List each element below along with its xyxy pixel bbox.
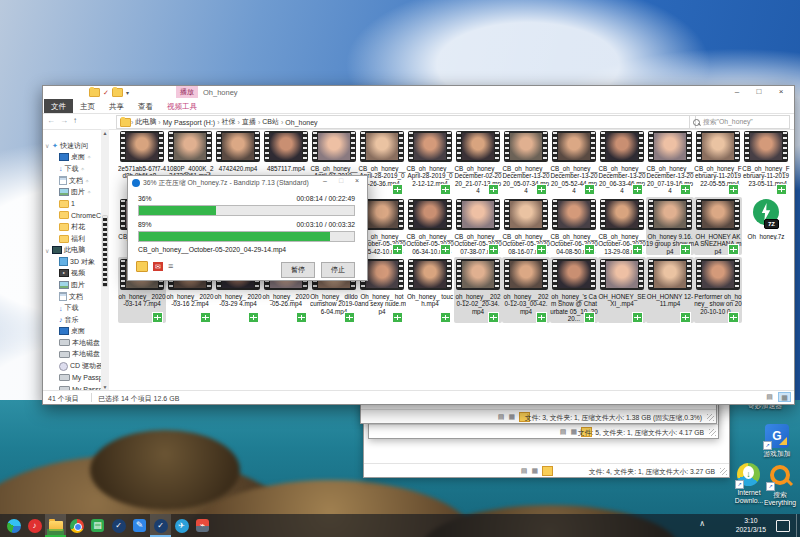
action-center-icon[interactable] xyxy=(776,520,790,532)
breadcrumb-item[interactable]: CB站 xyxy=(260,117,281,127)
file-item-video[interactable]: Oh_honey_ touch.mp4 xyxy=(406,257,454,323)
sidebar-item--[interactable]: ∨此电脑 xyxy=(43,244,101,256)
expand-icon[interactable]: ∨ xyxy=(45,142,52,149)
menu-icon[interactable]: ≡ xyxy=(168,262,173,271)
file-item-video[interactable]: CB_oh_honey_February-11-2019_22-05-55.mp… xyxy=(694,129,742,195)
sidebar-item--[interactable]: 福利 xyxy=(43,233,101,245)
sidebar-item--[interactable]: ∨✦快速访问 xyxy=(43,140,101,152)
breadcrumb-item[interactable]: My Passport (H:) xyxy=(161,119,218,126)
resize-grip[interactable] xyxy=(707,414,714,421)
file-item-video[interactable]: OH_HONEY AKA SNEZHANA.mp4 xyxy=(694,197,742,255)
check-icon[interactable]: ✓ xyxy=(103,89,109,96)
tab-file[interactable]: 文件 xyxy=(44,99,73,113)
sidebar-item--[interactable]: 桌面 xyxy=(43,326,101,338)
file-item-video[interactable]: CB_oh_honey__December-13-2020_05-07-34.m… xyxy=(502,129,550,195)
tab-4[interactable]: 视频工具 xyxy=(160,99,204,113)
contextual-tab-play[interactable]: 播放 xyxy=(176,86,198,98)
taskbar-icon-check-app-2[interactable]: ✓ xyxy=(150,514,171,537)
file-item-video[interactable]: CB_oh_honey_February-11-2019_23-05-11.mp… xyxy=(742,129,790,195)
tab-1[interactable]: 主页 xyxy=(73,99,102,113)
file-item-video[interactable]: Performer oh_honey_ show on 2020-10-10 0… xyxy=(694,257,742,323)
archive-folder-icon[interactable] xyxy=(136,261,148,272)
file-item-video[interactable]: CB_oh_honey__December-13-2020_06-33-46.m… xyxy=(598,129,646,195)
desktop-icon-gamepp[interactable]: G ↗ 游戏加加 xyxy=(749,424,800,458)
sidebar-item--[interactable]: 村花 xyxy=(43,221,101,233)
sidebar-item--[interactable]: ▸视频 xyxy=(43,268,101,280)
details-view-icon[interactable]: ▤ xyxy=(763,392,776,402)
tray-chevron-icon[interactable]: ∧ xyxy=(699,519,705,528)
sidebar-item--[interactable]: 文档✧ xyxy=(43,175,101,187)
resize-grip[interactable] xyxy=(720,468,727,475)
pause-button[interactable]: 暂停 xyxy=(281,262,315,278)
taskbar-icon-thunder[interactable]: ⌁ xyxy=(192,514,213,537)
breadcrumb-item[interactable]: 社保 xyxy=(220,117,238,127)
sidebar-item--[interactable]: ↓下载✧ xyxy=(43,163,101,175)
taskbar-icon-music-red[interactable]: ♪ xyxy=(24,514,45,537)
taskbar-icon-check-app[interactable]: ✓ xyxy=(108,514,129,537)
sidebar-item--[interactable]: 图片✧ xyxy=(43,186,101,198)
taskbar-icon-green-app[interactable]: ▤ xyxy=(87,514,108,537)
quick-access-toolbar[interactable]: ✓ ▾ xyxy=(89,87,129,98)
icons-view-icon[interactable]: ▦ xyxy=(778,392,791,402)
scroll-up-icon[interactable]: ▲ xyxy=(101,129,109,137)
file-item-video[interactable]: OH_HONEY_SE XI_.mp4 xyxy=(598,257,646,323)
details-view-icon[interactable]: ▤ xyxy=(521,467,528,475)
sidebar-scrollbar[interactable]: ▲ ▼ xyxy=(101,129,109,391)
file-item-video[interactable]: Oh_honey 9.16.19 group show.mp4 xyxy=(646,197,694,255)
sidebar-item-my-passport-f[interactable]: My Passport (F xyxy=(43,372,101,384)
back-button[interactable]: ← xyxy=(47,116,55,125)
tab-3[interactable]: 查看 xyxy=(131,99,160,113)
file-item-video[interactable]: oh_honey__202 0-12-02_20-34. mp4 xyxy=(454,257,502,323)
taskbar-icon-edge[interactable] xyxy=(3,514,24,537)
breadcrumb-item[interactable]: 直播 xyxy=(240,117,258,127)
taskbar-icon-chrome[interactable] xyxy=(66,514,87,537)
sidebar-item-1[interactable]: 1 xyxy=(43,198,101,210)
file-item-video[interactable]: CB_oh_honey__April-28-2019_02-12-12.mp4 xyxy=(406,129,454,195)
sidebar-item--d-[interactable]: 本地磁盘 (D:) xyxy=(43,349,101,361)
taskbar-icon-telegram[interactable]: ✈ xyxy=(171,514,192,537)
scrollbar-thumb[interactable] xyxy=(102,215,108,287)
breadcrumb-item[interactable]: Oh_honey xyxy=(283,119,319,126)
file-item-video[interactable]: CB_oh_honey__December-13-2020_05-52-44.m… xyxy=(550,129,598,195)
icons-view-icon[interactable]: ▦ xyxy=(508,413,515,421)
icons-view-icon[interactable]: ▦ xyxy=(531,467,538,475)
file-item-video[interactable]: oh_honey__202 0-12-03_00-42. mp4 xyxy=(502,257,550,323)
sidebar-item--[interactable]: ♪音乐 xyxy=(43,314,101,326)
sidebar-item--[interactable]: 图片 xyxy=(43,279,101,291)
title-bar[interactable]: ✓ ▾ 播放 Oh_honey – □ × xyxy=(43,86,794,99)
file-item-video[interactable]: CB_oh_honey__October-05-2020_08-16-07.mp… xyxy=(502,197,550,255)
view-icons[interactable]: ▤▦ xyxy=(521,466,553,476)
desktop-icon-everything[interactable]: ↗ 搜索 Everything xyxy=(752,463,800,507)
dropdown-arrow-icon[interactable]: ▾ xyxy=(126,89,129,96)
sidebar-item-cd-e-v[interactable]: CD 驱动器 (E:) V xyxy=(43,360,101,372)
show-desktop-button[interactable] xyxy=(796,514,800,537)
expand-icon[interactable]: ∨ xyxy=(45,247,52,254)
taskbar-icon-bird-app[interactable]: ✎ xyxy=(129,514,150,537)
file-item-video[interactable]: CB_oh_honey__October-05-2020_07-38-07.mp… xyxy=(454,197,502,255)
search-input[interactable]: 搜索"Oh_honey" xyxy=(689,115,790,129)
stop-button[interactable]: 停止 xyxy=(321,262,355,278)
details-view-icon[interactable]: ▤ xyxy=(560,428,567,436)
details-view-icon[interactable]: ▤ xyxy=(498,413,505,421)
breadcrumb[interactable]: ›此电脑›My Passport (H:)›社保›直播›CB站›Oh_honey xyxy=(116,115,696,129)
folder-icon[interactable] xyxy=(89,88,100,97)
minimize-button[interactable]: – xyxy=(726,86,748,98)
file-item-video[interactable]: CB_oh_honey__October-06-2020_13-29-08.mp… xyxy=(598,197,646,255)
file-item-video[interactable]: CB_oh_honey__October-05-2020_06-34-10.mp… xyxy=(406,197,454,255)
breadcrumb-item[interactable]: 此电脑 xyxy=(133,117,158,127)
tab-2[interactable]: 共享 xyxy=(102,99,131,113)
close-button[interactable]: × xyxy=(349,177,365,184)
maximize-button[interactable]: □ xyxy=(748,86,770,98)
close-button[interactable]: × xyxy=(770,86,792,98)
sidebar-item--[interactable]: ↓下载 xyxy=(43,302,101,314)
file-item-video[interactable]: CB_oh_honey__October-06-2020_04-08-50.mp… xyxy=(550,197,598,255)
file-item-archive[interactable]: 7ZOh_honey.7z xyxy=(742,197,790,255)
icons-view-icon[interactable]: ▦ xyxy=(570,428,577,436)
taskbar-icon-explorer[interactable] xyxy=(45,514,66,537)
sidebar-item--c-[interactable]: 本地磁盘 (C:) xyxy=(43,337,101,349)
sidebar-item--[interactable]: 文档 xyxy=(43,291,101,303)
sidebar-item--[interactable]: 桌面✧ xyxy=(43,152,101,164)
file-item-video[interactable]: oh_honey_'s Cam Show @ Chaturbate 05_10_… xyxy=(550,257,598,323)
file-item-video[interactable]: CB_oh_honey__December-13-2020_07-19-16.m… xyxy=(646,129,694,195)
file-item-video[interactable]: OH_HONNY 12-11.mp4 xyxy=(646,257,694,323)
